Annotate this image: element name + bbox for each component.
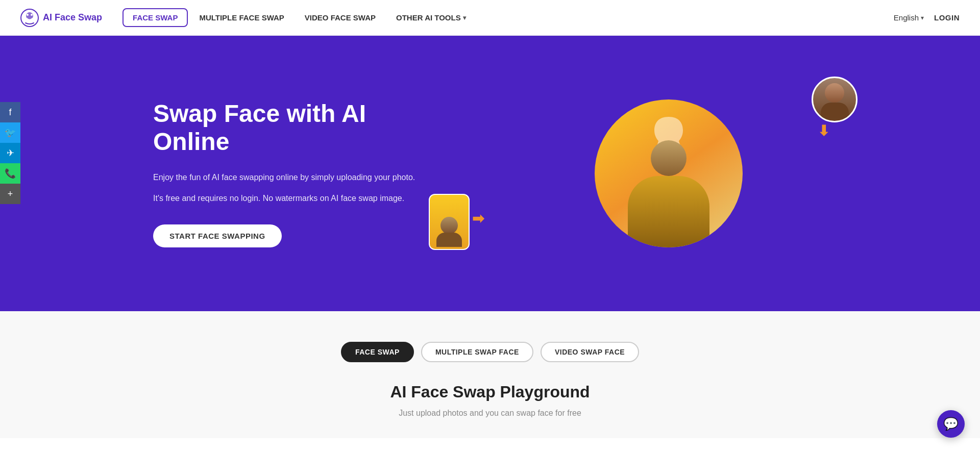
hero-main-composition (595, 99, 743, 247)
nav-multiple-face-swap[interactable]: MULTIPLE FACE SWAP (190, 9, 293, 26)
section2-subtitle: Just upload photos and you can swap face… (399, 409, 581, 418)
nav-video-face-swap[interactable]: VIDEO FACE SWAP (296, 9, 385, 26)
twitter-share-button[interactable]: 🐦 (0, 122, 20, 143)
main-person-figure (628, 140, 709, 247)
hero-content: Swap Face with AI Online Enjoy the fun o… (153, 99, 419, 247)
svg-point-3 (31, 14, 33, 16)
nav-face-swap[interactable]: FACE SWAP (122, 8, 188, 27)
tab-face-swap[interactable]: FACE SWAP (341, 342, 414, 362)
section2: FACE SWAP MULTIPLE SWAP FACE VIDEO SWAP … (0, 311, 980, 438)
tab-video-swap-face[interactable]: VIDEO SWAP FACE (541, 342, 639, 362)
section2-title: AI Face Swap Playground (390, 383, 590, 401)
portrait-figure-left (436, 217, 462, 249)
facebook-share-button[interactable]: f (0, 102, 20, 122)
tab-multiple-swap-face[interactable]: MULTIPLE SWAP FACE (421, 342, 533, 362)
hero-desc-1: Enjoy the fun of AI face swapping online… (153, 170, 419, 184)
portrait-head-top (825, 83, 844, 103)
chat-bubble-button[interactable]: 💬 (937, 410, 965, 438)
login-button[interactable]: LOGIN (934, 13, 960, 22)
portrait-head-left (440, 217, 458, 234)
other-tools-dropdown-arrow: ▾ (463, 14, 466, 21)
facebook-icon: f (9, 107, 11, 118)
telegram-share-button[interactable]: ✈ (0, 143, 20, 163)
nav-other-ai-tools[interactable]: OTHER AI TOOLS ▾ (387, 9, 475, 26)
nav-links: FACE SWAP MULTIPLE FACE SWAP VIDEO FACE … (122, 8, 894, 27)
hero-circle-bg (595, 99, 743, 247)
portrait-body-left (436, 233, 462, 247)
hero-float-card-left (429, 194, 470, 250)
brand-logo[interactable]: AI Face Swap (20, 9, 102, 27)
twitter-icon: 🐦 (5, 127, 16, 138)
brand-name: AI Face Swap (43, 12, 102, 23)
hero-section: Swap Face with AI Online Enjoy the fun o… (0, 36, 980, 311)
nav-right: English ▾ LOGIN (894, 13, 960, 22)
social-sidebar: f 🐦 ✈ 📞 + (0, 102, 20, 204)
arrow-right-icon: ➡ (472, 210, 484, 227)
portrait-figure-top (821, 83, 849, 121)
main-person-head (651, 140, 687, 176)
main-person-body (628, 176, 709, 247)
whatsapp-share-button[interactable]: 📞 (0, 163, 20, 184)
language-selector[interactable]: English ▾ (894, 13, 924, 22)
whatsapp-icon: 📞 (5, 168, 16, 179)
hero-desc-2: It's free and requires no login. No wate… (153, 191, 419, 205)
arrow-down-icon: ⬇ (818, 122, 829, 139)
hero-title: Swap Face with AI Online (153, 99, 419, 156)
brand-logo-icon (20, 9, 39, 27)
tab-bar: FACE SWAP MULTIPLE SWAP FACE VIDEO SWAP … (341, 342, 639, 362)
telegram-icon: ✈ (7, 147, 14, 159)
share-icon: + (8, 189, 13, 199)
hero-float-portrait-top (812, 77, 857, 122)
language-dropdown-arrow: ▾ (921, 14, 924, 21)
start-face-swapping-button[interactable]: START FACE SWAPPING (153, 224, 282, 247)
svg-point-2 (27, 14, 29, 16)
chat-bubble-icon: 💬 (943, 417, 959, 431)
navbar: AI Face Swap FACE SWAP MULTIPLE FACE SWA… (0, 0, 980, 36)
share-button[interactable]: + (0, 184, 20, 204)
hero-image-area: ⬇ ➡ (419, 66, 878, 281)
portrait-body-top (821, 103, 849, 119)
